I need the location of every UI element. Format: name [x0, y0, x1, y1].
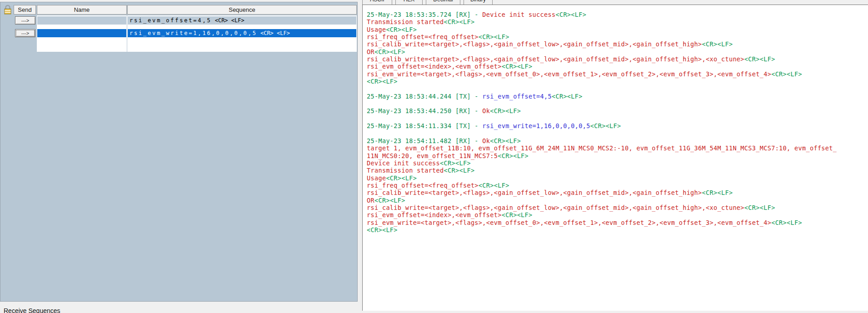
log-segment: <CR><LF> [367, 78, 398, 85]
log-segment: Usage [367, 174, 386, 182]
log-segment: rsi_calib_write=<target>,<flags>,<gain_o… [367, 204, 744, 211]
log-segment: <CR><LF> [479, 182, 509, 189]
log-segment: 11N_MCS0:20, evm_offset_11N_MCS7:5 [367, 152, 498, 159]
log-segment: <CR><LF> [552, 93, 583, 100]
log-line: 25-May-23 18:53:35.724 [RX] - Device ini… [367, 11, 837, 18]
log-segment: Usage [367, 26, 386, 33]
sequence-cell[interactable]: rsi_evm_write=1,16,0,0,0,0,5 <CR> <LF> [128, 29, 356, 37]
log-line: Transmission started<CR><LF> [367, 167, 837, 174]
log-segment: rsi_evm_write=<target>,<flags>,<evm_offs… [367, 219, 771, 226]
log-segment: Ok [482, 107, 490, 114]
log-line: rsi_evm_offset=<index>,<evm_offset><CR><… [367, 211, 837, 219]
log-line: rsi_calib_write=<target>,<flags>,<gain_o… [367, 189, 837, 196]
log-line: rsi_calib_write=<target>,<flags>,<gain_o… [367, 55, 837, 63]
log-segment: Transmission started [367, 167, 444, 174]
log-segment: <CR><LF> [744, 55, 775, 63]
log-segment: OR [367, 197, 374, 204]
log-line: rsi_evm_write=<target>,<flags>,<evm_offs… [367, 70, 837, 78]
log-segment: <CR><LF> [502, 63, 533, 70]
log-segment: 25-May-23 18:53:44.250 [RX] - [367, 107, 482, 114]
send-sequences-panel: Send Name Sequence ---> rsi_evm_offset=4… [0, 2, 358, 302]
log-line: rsi_freq_offset=<freq_offset><CR><LF> [367, 182, 837, 189]
log-segment: <CR><LF> [702, 40, 733, 48]
log-segment: <CR><LF> [444, 167, 475, 174]
log-segment: <CR><LF> [374, 48, 405, 55]
log-segment: rsi_evm_offset=4,5 [482, 93, 552, 100]
log-line: Device init success<CR><LF> [367, 159, 837, 167]
log-segment: rsi_freq_offset=<freq_offset> [367, 33, 479, 40]
sequence-text: rsi_evm_write=1,16,0,0,0,0,5 [130, 30, 257, 36]
log-line: Usage<CR><LF> [367, 174, 837, 182]
log-segment: <CR><LF> [386, 26, 417, 33]
log-segment: rsi_evm_offset=<index>,<evm_offset> [367, 63, 502, 70]
log-segment: <CR><LF> [771, 219, 802, 226]
communication-log[interactable]: 25-May-23 18:53:35.724 [RX] - Device ini… [362, 5, 868, 311]
log-line: rsi_evm_write=<target>,<flags>,<evm_offs… [367, 219, 837, 226]
log-line: rsi_freq_offset=<freq_offset><CR><LF> [367, 33, 837, 40]
log-segment: 25-May-23 18:54:11.482 [RX] - [367, 137, 482, 144]
log-line: 11N_MCS0:20, evm_offset_11N_MCS7:5<CR><L… [367, 152, 837, 159]
send-sequence-button[interactable]: ---> [15, 29, 35, 37]
log-line [367, 85, 837, 92]
log-segment: <CR><LF> [490, 107, 521, 114]
log-segment: <CR><LF> [744, 204, 775, 211]
log-segment: rsi_evm_offset=<index>,<evm_offset> [367, 211, 502, 219]
log-line: 25-May-23 18:53:44.244 [TX] - rsi_evm_of… [367, 93, 837, 100]
log-line: Usage<CR><LF> [367, 26, 837, 33]
log-line: Transmission started<CR><LF> [367, 18, 837, 25]
log-line: 25-May-23 18:54:11.482 [RX] - Ok<CR><LF> [367, 137, 837, 144]
log-segment: rsi_freq_offset=<freq_offset> [367, 182, 479, 189]
docklight-window: Send Name Sequence ---> rsi_evm_offset=4… [0, 0, 868, 313]
sequence-control-chars: <CR> <LF> [257, 30, 290, 36]
log-segment: <CR><LF> [498, 152, 529, 159]
log-line: OR<CR><LF> [367, 48, 837, 55]
log-segment: <CR><LF> [367, 226, 398, 234]
log-line [367, 100, 837, 107]
log-segment: rsi_evm_write=1,16,0,0,0,0,5 [482, 122, 590, 129]
communication-log-panel: ASCII HEX Decimal Binary 25-May-23 18:53… [362, 0, 868, 313]
sequence-cell[interactable]: rsi_evm_offset=4,5 <CR> <LF> [128, 16, 356, 25]
tab-binary[interactable]: Binary [464, 0, 493, 5]
name-cell[interactable] [37, 29, 126, 37]
log-line: <CR><LF> [367, 78, 837, 85]
log-segment: 25-May-23 18:54:11.334 [TX] - [367, 122, 482, 129]
log-segment: rsi_calib_write=<target>,<flags>,<gain_o… [367, 55, 744, 63]
tab-decimal[interactable]: Decimal [426, 0, 460, 5]
log-segment: OR [367, 48, 374, 55]
log-segment: Device init success [482, 11, 555, 18]
log-line: target 1, evm_offset_11B:10, evm_offset_… [367, 144, 837, 152]
log-line: rsi_calib_write=<target>,<flags>,<gain_o… [367, 204, 837, 211]
log-line: <CR><LF> [367, 226, 837, 234]
log-segment: rsi_calib_write=<target>,<flags>,<gain_o… [367, 189, 702, 196]
log-segment: <CR><LF> [555, 11, 586, 18]
log-view-tabstrip: ASCII HEX Decimal Binary [362, 0, 868, 5]
log-segment: <CR><LF> [374, 197, 405, 204]
log-segment: <CR><LF> [502, 211, 533, 219]
receive-sequences-label: Receive Sequences [4, 307, 60, 313]
log-line: OR<CR><LF> [367, 197, 837, 204]
log-lines: 25-May-23 18:53:35.724 [RX] - Device ini… [367, 11, 837, 234]
log-segment: 25-May-23 18:53:35.724 [RX] - [367, 11, 482, 18]
tab-hex[interactable]: HEX [395, 0, 423, 5]
log-line: rsi_calib_write=<target>,<flags>,<gain_o… [367, 40, 837, 48]
log-line: 25-May-23 18:54:11.334 [TX] - rsi_evm_wr… [367, 122, 837, 129]
log-line [367, 130, 837, 137]
tab-ascii[interactable]: ASCII [362, 0, 392, 5]
log-segment: Transmission started [367, 18, 444, 25]
log-segment: <CR><LF> [440, 159, 471, 167]
log-line [367, 115, 837, 122]
log-segment: Device init success [367, 159, 440, 167]
log-line: 25-May-23 18:53:44.250 [RX] - Ok<CR><LF> [367, 107, 837, 114]
log-segment: <CR><LF> [771, 70, 802, 78]
column-header-name: Name [37, 5, 127, 15]
log-segment: <CR><LF> [490, 137, 521, 144]
padlock-icon [3, 5, 12, 17]
name-cell[interactable] [37, 16, 126, 25]
log-segment: <CR><LF> [386, 174, 417, 182]
sequence-control-chars: <CR> <LF> [211, 17, 244, 24]
send-sequence-button[interactable]: ---> [15, 16, 35, 25]
log-segment: rsi_evm_write=<target>,<flags>,<evm_offs… [367, 70, 771, 78]
log-segment: target 1, evm_offset_11B:10, evm_offset_… [367, 144, 837, 152]
log-segment: rsi_calib_write=<target>,<flags>,<gain_o… [367, 40, 702, 48]
log-segment: <CR><LF> [444, 18, 475, 25]
